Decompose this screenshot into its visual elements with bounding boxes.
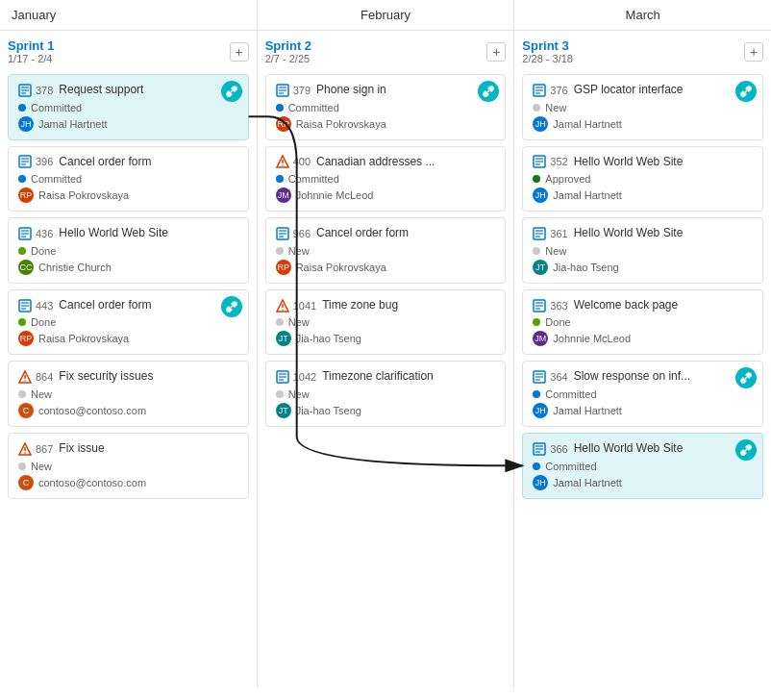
card-966[interactable]: 966 Cancel order form New RP Raisa Pokro…: [265, 217, 507, 284]
avatar-379: RP: [276, 116, 291, 132]
card-id-363: 363: [550, 300, 567, 312]
task-icon-376: [533, 84, 546, 97]
card-id-436: 436: [36, 228, 53, 239]
card-id-352: 352: [550, 156, 567, 167]
card-396[interactable]: 396 Cancel order form Committed RP Raisa…: [8, 146, 249, 212]
card-title-text-361: Hello World Web Site: [574, 226, 684, 241]
svg-line-14: [230, 305, 233, 308]
card-title-row-436: 436 Hello World Web Site: [18, 226, 238, 241]
avatar-1041: JT: [276, 331, 291, 346]
sprint-title-sprint2: Sprint 2: [265, 38, 311, 53]
assignee-name-1041: Jia-hao Tseng: [296, 333, 361, 344]
card-link-badge-364[interactable]: [735, 367, 757, 388]
columns-container: Sprint 1 1/17 - 2/4 + 378 Request suppor…: [0, 31, 771, 688]
sprint-dates-sprint3: 2/28 - 3/18: [522, 53, 573, 64]
status-dot-400: [276, 175, 284, 183]
status-row-436: Done: [18, 245, 238, 257]
assignee-row-400: JM Johnnie McLeod: [276, 188, 496, 203]
status-row-1041: New: [276, 316, 496, 328]
card-title-row-1042: 1042 Timezone clarification: [276, 369, 496, 385]
card-379[interactable]: 379 Phone sign in Committed RP Raisa Pok…: [265, 74, 507, 140]
status-dot-396: [18, 175, 26, 183]
status-dot-443: [18, 318, 26, 326]
card-link-badge-443[interactable]: [221, 296, 242, 317]
status-row-361: New: [533, 245, 753, 257]
task-icon-366: [533, 442, 546, 456]
card-title-text-436: Hello World Web Site: [59, 226, 168, 241]
status-dot-867: [18, 462, 26, 470]
card-id-1042: 1042: [293, 371, 316, 383]
sprint-add-btn-sprint2[interactable]: +: [486, 42, 506, 62]
card-title-row-966: 966 Cancel order form: [276, 226, 496, 241]
month-header-february: February: [258, 0, 515, 30]
sprint-add-btn-sprint3[interactable]: +: [744, 42, 763, 62]
card-436[interactable]: 436 Hello World Web Site Done CC Christi…: [8, 217, 249, 284]
card-378[interactable]: 378 Request support Committed JH Jamal H…: [8, 74, 249, 140]
status-dot-864: [18, 390, 26, 398]
card-title-row-379: 379 Phone sign in: [276, 83, 496, 98]
status-dot-361: [533, 247, 540, 255]
card-363[interactable]: 363 Welcome back page Done JM Johnnie Mc…: [522, 289, 763, 356]
status-text-436: Done: [31, 245, 56, 257]
assignee-name-436: Christie Church: [38, 262, 112, 273]
card-352[interactable]: 352 Hello World Web Site Approved JH Jam…: [522, 146, 763, 212]
task-icon-1042: [276, 370, 289, 384]
card-1042[interactable]: 1042 Timezone clarification New JT Jia-h…: [265, 361, 507, 427]
card-id-378: 378: [36, 85, 53, 96]
assignee-row-436: CC Christie Church: [18, 260, 238, 275]
sprint-dates-sprint1: 1/17 - 2/4: [8, 53, 54, 64]
card-link-badge-378[interactable]: [221, 81, 242, 102]
svg-point-21: [24, 380, 26, 382]
task-icon-352: [533, 155, 546, 168]
card-title-row-376: 376 GSP locator interface: [533, 83, 753, 98]
assignee-name-1042: Jia-hao Tseng: [296, 405, 361, 416]
card-title-text-864: Fix security issues: [59, 369, 153, 385]
sprint-column-sprint2: Sprint 2 2/7 - 2/25 + 379 Phone sign in: [258, 31, 515, 688]
assignee-name-966: Raisa Pokrovskaya: [296, 262, 386, 273]
assignee-name-396: Raisa Pokrovskaya: [38, 189, 129, 201]
card-title-text-376: GSP locator interface: [574, 83, 684, 98]
svg-line-44: [745, 90, 748, 93]
avatar-400: JM: [276, 188, 291, 203]
assignee-row-443: RP Raisa Pokrovskaya: [18, 331, 238, 346]
assignee-name-400: Johnnie McLeod: [296, 189, 374, 201]
status-text-363: Done: [545, 316, 570, 328]
card-id-443: 443: [36, 300, 53, 312]
avatar-378: JH: [18, 116, 34, 132]
card-title-text-1042: Timezone clarification: [322, 369, 434, 385]
assignee-row-379: RP Raisa Pokrovskaya: [276, 116, 496, 132]
card-link-badge-376[interactable]: [735, 81, 757, 102]
card-443[interactable]: 443 Cancel order form Done RP Raisa Pokr…: [8, 289, 249, 356]
card-link-badge-379[interactable]: [478, 81, 499, 102]
assignee-name-364: Jamal Hartnett: [553, 405, 622, 416]
status-row-378: Committed: [18, 102, 238, 113]
card-1041[interactable]: 1041 Time zone bug New JT Jia-hao Tseng: [265, 289, 507, 356]
status-text-396: Committed: [31, 173, 82, 185]
card-title-text-443: Cancel order form: [59, 298, 151, 313]
card-867[interactable]: 867 Fix issue New C contoso@contoso.com: [8, 433, 249, 499]
card-376[interactable]: 376 GSP locator interface New JH Jamal H…: [522, 74, 763, 140]
sprint-column-sprint3: Sprint 3 2/28 - 3/18 + 376 GSP locator i…: [514, 31, 771, 688]
assignee-name-352: Jamal Hartnett: [553, 189, 622, 201]
card-id-364: 364: [550, 371, 567, 383]
card-id-867: 867: [36, 443, 53, 455]
assignee-row-378: JH Jamal Hartnett: [18, 116, 238, 132]
status-row-864: New: [18, 388, 238, 400]
card-title-text-352: Hello World Web Site: [574, 155, 684, 170]
card-366[interactable]: 366 Hello World Web Site Committed JH Ja…: [522, 433, 763, 499]
card-title-text-400: Canadian addresses ...: [316, 155, 435, 170]
assignee-name-443: Raisa Pokrovskaya: [38, 333, 129, 344]
card-link-badge-366[interactable]: [735, 439, 757, 461]
card-title-text-378: Request support: [59, 83, 143, 98]
card-364[interactable]: 364 Slow response on inf... Committed JH…: [522, 361, 763, 427]
sprint-add-btn-sprint1[interactable]: +: [230, 42, 249, 62]
status-text-366: Committed: [545, 461, 596, 472]
card-id-376: 376: [550, 85, 567, 96]
status-text-361: New: [545, 245, 566, 257]
assignee-name-379: Raisa Pokrovskaya: [296, 118, 386, 130]
svg-line-61: [745, 377, 748, 380]
card-864[interactable]: 864 Fix security issues New C contoso@co…: [8, 361, 249, 427]
card-400[interactable]: 400 Canadian addresses ... Committed JM …: [265, 146, 507, 212]
card-361[interactable]: 361 Hello World Web Site New JT Jia-hao …: [522, 217, 763, 284]
avatar-867: C: [18, 475, 34, 490]
